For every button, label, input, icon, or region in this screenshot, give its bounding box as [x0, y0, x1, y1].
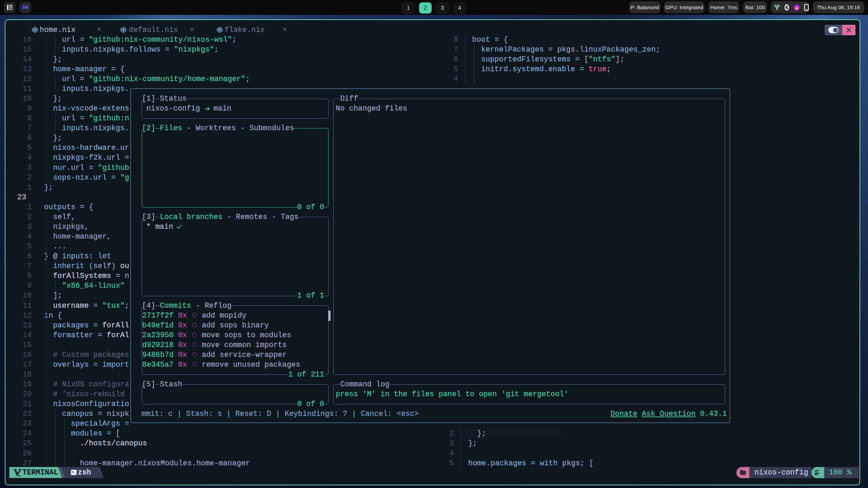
svg-text:im: im: [18, 474, 21, 477]
